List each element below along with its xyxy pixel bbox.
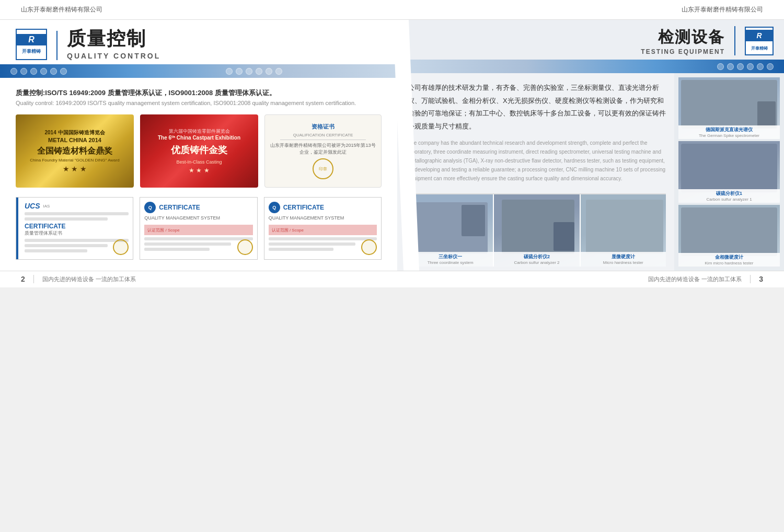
left-logo-letter: R — [28, 35, 34, 44]
award-red-2: 第六届中国铸造零部件展览会 The 6ᵗʰ China Castpart Exh… — [140, 114, 258, 188]
cert2-title: CERTIFICATE — [25, 223, 129, 230]
right-title-cn: 检测设备 — [641, 27, 725, 48]
footer-text-right: 国内先进的铸造设备 一流的加工体系 — [648, 275, 742, 283]
cert3-title: CERTIFICATE — [159, 204, 200, 211]
cert-divider — [280, 140, 366, 140]
cert3-pink-text: 认证范围 / Scope — [147, 227, 179, 233]
bar-dot — [60, 68, 67, 75]
right-panel: 检测设备 TESTING EQUIPMENT R 开泰精铸 — [397, 20, 784, 271]
quality-intro-en: Quality control: 16949:2009 ISO/TS quali… — [16, 100, 382, 106]
title-divider — [56, 31, 57, 60]
award2-stars: ★ ★ ★ — [189, 167, 210, 174]
equip5-cn: 碳硫分析仪2 — [495, 253, 578, 260]
cert4-header: Q CERTIFICATE — [269, 202, 377, 213]
equip6-en: Micro hardness tester — [582, 260, 664, 265]
right-title-block: 检测设备 TESTING EQUIPMENT — [641, 27, 725, 55]
bar-dot — [236, 68, 243, 75]
bar-dot — [767, 63, 774, 70]
cert4-logo-text: Q — [272, 205, 276, 210]
cert-ucs-inner: UCS IAS CERTIFICATE 质量管理体系证书 — [20, 202, 129, 255]
bar-dots-right-group — [226, 68, 282, 75]
cert4-pink-bar: 认证范围 / Scope — [269, 225, 377, 235]
award1-en: China Foundry Material "GOLDEN DING" Awa… — [30, 158, 119, 163]
bar-dot — [727, 63, 734, 70]
bottom-equip-row: 三坐标仪一 Three coordinate system 碳硫分析仪2 Car… — [408, 193, 666, 267]
cert3-logo: Q — [144, 202, 156, 213]
right-logo-sub: 开泰精铸 — [751, 46, 768, 51]
right-logo: R 开泰精铸 — [745, 27, 774, 55]
award1-main: 全国铸造材料金鼎奖 — [37, 146, 112, 156]
equip6-caption: 显微硬度计 Micro hardness tester — [581, 252, 666, 267]
award2-en: Best-In-Class Casting — [176, 159, 222, 165]
award1-year: 2014 中国国际铸造博览会 — [44, 129, 105, 136]
award2-main: 优质铸件金奖 — [171, 144, 227, 156]
person-silhouette — [554, 222, 574, 251]
equip5-caption: 碳硫分析仪2 Carbon sulfur analyzer 2 — [494, 252, 579, 267]
award-stars: ★ ★ ★ — [63, 165, 87, 173]
equip1-en: The German Spike spectrometer — [681, 133, 778, 138]
cert-card-1: 资格证书 QUALIFICATION CERTIFICATE 山东开泰耐磨件精铸… — [264, 114, 382, 188]
cert-ucs-logo: UCS — [25, 202, 40, 210]
cert4-title-wrap: CERTIFICATE — [283, 204, 324, 211]
footer-divider-r — [750, 275, 751, 283]
photo-bg — [681, 144, 777, 192]
left-panel: R 开泰精铸 质量控制 QUALITY CONTROL — [0, 20, 397, 271]
company-desc-en: The company has the abundant technical r… — [408, 138, 666, 183]
bar-dot — [266, 68, 272, 75]
equip3-cn: 金相微硬度计 — [681, 254, 778, 261]
cert1-body: 山东开泰耐磨件精铸有限公司被评为2015年第13号企业，鉴定并颁发此证 — [269, 142, 377, 155]
right-title-en: TESTING EQUIPMENT — [641, 48, 725, 55]
bar-dot — [226, 68, 233, 75]
cert-seal-corner — [237, 239, 253, 255]
cert4-pink-text: 认证范围 / Scope — [272, 227, 304, 233]
cert1-seal: 印章 — [313, 158, 333, 179]
right-main: 公司有雄厚的技术研发力量，有齐备、完善的实验室，三坐标测量仪、直读光谱分析仪、万… — [397, 73, 674, 271]
equip-img-bg — [586, 200, 663, 253]
award2-title: The 6ᵗʰ China Castpart Exhibition — [158, 135, 240, 141]
cert3-header: Q CERTIFICATE — [144, 202, 252, 213]
cert3-pink-bar: 认证范围 / Scope — [144, 225, 252, 235]
footer-divider — [33, 275, 34, 283]
cert4-subtitle: QUALITY MANAGEMENT SYSTEM — [269, 215, 377, 221]
bar-dot — [275, 68, 282, 75]
page-num-left: 2 — [21, 275, 25, 283]
cert-seal-text: 印章 — [319, 166, 327, 172]
bottom-bar: 2 国内先进的铸造设备 一流的加工体系 国内先进的铸造设备 一流的加工体系 3 — [0, 271, 784, 287]
sidebar-photo-hardness: 金相微硬度计 Kim micro hardness tester — [678, 205, 780, 267]
cert1-subtitle: QUALIFICATION CERTIFICATE — [293, 133, 353, 137]
top-header: 山东开泰耐磨件精铸有限公司 山东开泰耐磨件精铸有限公司 — [0, 0, 784, 20]
cert-line — [269, 237, 377, 240]
bar-dot — [757, 63, 764, 70]
cert-seal-corner — [361, 239, 377, 255]
cert-line — [144, 242, 231, 246]
cert-line — [25, 212, 129, 215]
awards-row: 2014 中国国际铸造博览会 METAL CHINA 2014 全国铸造材料金鼎… — [16, 114, 382, 188]
equip4-caption: 三坐标仪一 Three coordinate system — [408, 252, 493, 267]
cert3-logo-text: Q — [148, 205, 152, 210]
cert3-subtitle: QUALITY MANAGEMENT SYSTEM — [144, 215, 252, 221]
cert-doc-2: Q CERTIFICATE QUALITY MANAGEMENT SYSTEM … — [264, 197, 382, 260]
cert2-lines-1 — [25, 212, 129, 221]
cert-ucs-brand: IAS — [43, 204, 50, 209]
cert-line — [25, 239, 129, 242]
bottom-bar-right: 国内先进的铸造设备 一流的加工体系 3 — [648, 275, 763, 283]
equip2-en: Carbon sulfur analyzer 1 — [681, 197, 778, 202]
equip4-en: Three coordinate system — [409, 260, 491, 265]
equip-photo-carbon2: 碳硫分析仪2 Carbon sulfur analyzer 2 — [494, 194, 580, 267]
right-panel-inner: 检测设备 TESTING EQUIPMENT R 开泰精铸 — [397, 20, 784, 271]
cert-line — [144, 237, 252, 240]
bar-dot — [10, 68, 17, 75]
bar-dots-left — [10, 68, 67, 75]
bar-dot — [20, 68, 27, 75]
quality-intro-cn: 质量控制:ISO/TS 16949:2009 质量管理体系认证，ISO9001:… — [16, 88, 382, 98]
right-sidebar-photos: 德国斯派克直读光谱仪 The German Spike spectrometer… — [674, 73, 784, 271]
bar-dot — [737, 63, 744, 70]
bar-dots-right — [717, 63, 774, 70]
gradient-bar-right — [397, 60, 784, 73]
cert4-title: CERTIFICATE — [283, 204, 324, 211]
cert-line — [25, 217, 108, 221]
bottom-bar-left: 2 国内先进的铸造设备 一流的加工体系 — [21, 275, 136, 283]
footer-text-left: 国内先进的铸造设备 一流的加工体系 — [42, 275, 136, 283]
person-figure — [757, 101, 776, 128]
bar-dot — [40, 68, 47, 75]
